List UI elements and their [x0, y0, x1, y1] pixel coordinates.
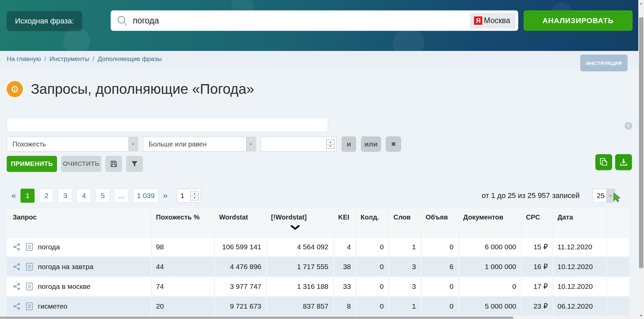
- page-size-select[interactable]: 25 ˅: [592, 189, 615, 203]
- breadcrumb-tools[interactable]: Инструменты: [49, 55, 89, 63]
- cell-cpc: 17 ₽: [522, 277, 552, 296]
- document-icon[interactable]: [26, 263, 33, 271]
- col-header-slov[interactable]: Слов: [389, 208, 421, 237]
- query-phrase[interactable]: гисметео: [38, 302, 67, 310]
- download-button[interactable]: [615, 154, 632, 170]
- cell-empty: [607, 297, 629, 316]
- goto-page-input[interactable]: [177, 192, 191, 200]
- cell-documents: 5 000 000: [459, 297, 521, 316]
- instruction-button[interactable]: ИНСТРУКЦИЯ: [580, 55, 628, 71]
- filter-field-value: Похожесть: [7, 140, 46, 148]
- scroll-down-arrow[interactable]: ▼: [638, 313, 644, 318]
- breadcrumb-home[interactable]: На главную: [7, 55, 41, 63]
- filter-remove-button[interactable]: ✖: [386, 136, 401, 152]
- filter-value-input[interactable]: ▲▼: [261, 137, 337, 151]
- cell-kei: 8: [334, 297, 356, 316]
- cell-exact-wordstat: 1 717 555: [267, 257, 333, 276]
- info-icon[interactable]: i: [625, 122, 632, 130]
- vertical-scrollbar[interactable]: ▲ ▼: [638, 0, 644, 319]
- chevron-down-icon: ˅: [606, 189, 614, 202]
- source-phrase-label: Исходная фраза:: [7, 11, 82, 31]
- document-icon[interactable]: [26, 302, 33, 310]
- pagination-pages: 12345...1 039: [20, 189, 158, 203]
- horizontal-scrollbar[interactable]: [0, 316, 638, 319]
- query-phrase[interactable]: погода на завтра: [38, 263, 93, 271]
- filter-phrase-input[interactable]: [7, 117, 328, 132]
- search-icon: [117, 15, 128, 26]
- copy-results-button[interactable]: [595, 154, 612, 170]
- cell-date: 10.12.2020: [553, 277, 606, 296]
- col-header-obyav[interactable]: Объяв: [422, 208, 458, 237]
- pagination-prev[interactable]: «: [11, 191, 16, 200]
- pagination-page[interactable]: 5: [96, 189, 110, 203]
- breadcrumb-current[interactable]: Дополняющие фразы: [98, 55, 162, 63]
- cell-empty: [607, 277, 629, 296]
- horizontal-scrollbar-thumb[interactable]: [0, 317, 513, 319]
- number-spinner[interactable]: ▲▼: [326, 139, 334, 149]
- search-input[interactable]: [133, 16, 470, 25]
- pagination: « 12345...1 039 » ▲▼ от 1 до 25 из 25 95…: [7, 189, 631, 203]
- share-icon[interactable]: [13, 282, 21, 291]
- chevron-down-icon: ˅: [128, 137, 138, 151]
- filter-field-select[interactable]: Похожесть ˅: [7, 137, 138, 151]
- filter-toggle-button[interactable]: [126, 156, 143, 172]
- cell-date: 06.12.2020: [553, 297, 606, 316]
- breadcrumb-separator: /: [44, 55, 46, 63]
- cell-similarity: 20: [152, 297, 214, 316]
- region-selector[interactable]: Я Москва: [470, 13, 516, 28]
- pagination-page[interactable]: 4: [77, 189, 91, 203]
- page-size-value: 25: [593, 192, 604, 200]
- filter-or-button[interactable]: или: [361, 136, 381, 152]
- pagination-next[interactable]: »: [163, 191, 167, 200]
- pagination-page[interactable]: 1: [20, 189, 35, 203]
- filter-and-button[interactable]: и: [341, 136, 356, 152]
- share-icon[interactable]: [13, 302, 21, 310]
- apply-button[interactable]: ПРИМЕНИТЬ: [7, 156, 57, 172]
- clear-button[interactable]: ОЧИСТИТЬ: [61, 156, 101, 172]
- cell-obyav: 0: [422, 277, 458, 296]
- breadcrumb: На главную / Инструменты / Дополняющие ф…: [0, 51, 638, 67]
- col-header-date[interactable]: Дата: [553, 208, 606, 237]
- col-header-similarity[interactable]: Похожесть %: [152, 208, 214, 237]
- cell-wordstat: 3 977 747: [215, 277, 266, 296]
- col-header-empty: [607, 208, 629, 237]
- document-icon[interactable]: [26, 243, 33, 251]
- cell-kei: 38: [334, 257, 356, 276]
- share-icon[interactable]: [13, 243, 21, 251]
- col-header-documents[interactable]: Документов: [459, 208, 521, 237]
- cell-obyav: 6: [422, 257, 458, 276]
- cell-similarity: 98: [152, 238, 214, 256]
- document-icon[interactable]: [26, 282, 33, 291]
- results-table: Запрос Похожесть % Wordstat [!Wordstat] …: [7, 208, 629, 316]
- save-filter-button[interactable]: [105, 156, 122, 172]
- share-icon[interactable]: [13, 263, 21, 271]
- pagination-page[interactable]: 3: [58, 189, 72, 203]
- cell-kold: 0: [357, 297, 388, 316]
- top-header: Исходная фраза: Я Москва АНАЛИЗИРОВАТЬ: [0, 0, 638, 51]
- col-header-kei[interactable]: KEI: [334, 208, 356, 237]
- col-header-kold[interactable]: Колд.: [357, 208, 388, 237]
- table-body: погода 98 106 599 141 4 564 092 4 0 1 0 …: [7, 238, 629, 316]
- scroll-up-arrow[interactable]: ▲: [638, 1, 644, 6]
- cell-date: 11.12.2020: [553, 238, 606, 256]
- vertical-scrollbar-thumb[interactable]: [639, 17, 643, 268]
- cell-wordstat: 106 599 141: [215, 238, 266, 256]
- cell-obyav: 0: [422, 297, 458, 316]
- col-header-wordstat[interactable]: Wordstat: [215, 208, 266, 237]
- pagination-page[interactable]: 1 039: [133, 189, 158, 203]
- analyze-button[interactable]: АНАЛИЗИРОВАТЬ: [524, 10, 633, 31]
- chevron-down-icon: ˅: [246, 137, 255, 151]
- pagination-page[interactable]: 2: [39, 189, 53, 203]
- table-row: погода на завтра 44 4 476 896 1 717 555 …: [7, 257, 629, 276]
- goto-page-spinner[interactable]: ▲▼: [191, 191, 199, 200]
- col-header-exact-wordstat[interactable]: [!Wordstat]: [267, 208, 333, 237]
- cell-obyav: 0: [422, 238, 458, 256]
- col-header-cpc[interactable]: CPC: [522, 208, 552, 237]
- col-header-query[interactable]: Запрос: [7, 208, 151, 237]
- filter-operator-select[interactable]: Больше или равен ˅: [143, 137, 256, 151]
- query-phrase[interactable]: погода в москве: [38, 282, 91, 291]
- cell-documents: 6 000 000: [459, 238, 521, 256]
- cell-empty: [607, 257, 629, 276]
- pagination-page[interactable]: ...: [114, 189, 128, 203]
- query-phrase[interactable]: погода: [38, 243, 60, 251]
